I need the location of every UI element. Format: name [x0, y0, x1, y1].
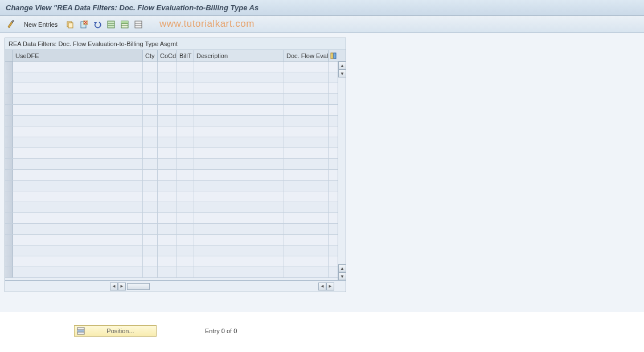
cell-usedfe[interactable] [13, 181, 143, 191]
row-selector[interactable] [5, 202, 13, 212]
select-block-icon[interactable] [119, 19, 130, 30]
cell-usedfe[interactable] [13, 148, 143, 158]
cell-cocd[interactable] [158, 181, 177, 191]
cell-description[interactable] [194, 202, 284, 212]
cell-usedfe[interactable] [13, 224, 143, 234]
cell-cocd[interactable] [158, 213, 177, 223]
cell-cocd[interactable] [158, 126, 177, 137]
cell-description[interactable] [194, 224, 284, 234]
cell-cocd[interactable] [158, 267, 177, 277]
hscroll-left-button[interactable]: ◄ [110, 283, 118, 290]
cell-billt[interactable] [177, 126, 194, 137]
cell-cocd[interactable] [158, 245, 177, 256]
cell-usedfe[interactable] [13, 62, 143, 72]
table-row[interactable] [5, 72, 338, 83]
row-selector[interactable] [5, 72, 13, 83]
row-selector[interactable] [5, 105, 13, 115]
copy-as-icon[interactable] [64, 19, 76, 30]
cell-cty[interactable] [143, 116, 158, 126]
cell-billt[interactable] [177, 137, 194, 148]
cell-description[interactable] [194, 256, 284, 267]
cell-docflow[interactable] [284, 126, 329, 137]
cell-cocd[interactable] [158, 83, 177, 93]
cell-description[interactable] [194, 137, 284, 148]
scroll-up-button[interactable]: ▲ [338, 62, 346, 69]
cell-usedfe[interactable] [13, 116, 143, 126]
cell-billt[interactable] [177, 105, 194, 115]
undo-icon[interactable] [92, 19, 103, 30]
row-selector[interactable] [5, 83, 13, 93]
column-header-description[interactable]: Description [194, 50, 284, 61]
cell-cocd[interactable] [158, 159, 177, 169]
cell-docflow[interactable] [284, 105, 329, 115]
cell-cty[interactable] [143, 94, 158, 104]
vscroll-track[interactable] [338, 77, 346, 264]
column-header-cty[interactable]: Cty [143, 50, 158, 61]
table-row[interactable] [5, 105, 338, 116]
cell-billt[interactable] [177, 267, 194, 277]
cell-cty[interactable] [143, 62, 158, 72]
cell-usedfe[interactable] [13, 126, 143, 137]
cell-cty[interactable] [143, 267, 158, 277]
cell-cocd[interactable] [158, 148, 177, 158]
row-selector[interactable] [5, 235, 13, 245]
cell-billt[interactable] [177, 116, 194, 126]
position-button[interactable]: Position... [74, 325, 157, 337]
cell-description[interactable] [194, 213, 284, 223]
column-header-docflow[interactable]: Doc. Flow Eval. [284, 50, 329, 61]
table-row[interactable] [5, 213, 338, 224]
cell-cocd[interactable] [158, 62, 177, 72]
cell-usedfe[interactable] [13, 267, 143, 277]
cell-usedfe[interactable] [13, 256, 143, 267]
row-selector[interactable] [5, 62, 13, 72]
cell-usedfe[interactable] [13, 72, 143, 83]
table-row[interactable] [5, 94, 338, 105]
cell-cty[interactable] [143, 245, 158, 256]
cell-docflow[interactable] [284, 62, 329, 72]
cell-billt[interactable] [177, 148, 194, 158]
cell-description[interactable] [194, 148, 284, 158]
cell-billt[interactable] [177, 170, 194, 180]
cell-docflow[interactable] [284, 235, 329, 245]
cell-description[interactable] [194, 126, 284, 137]
cell-cocd[interactable] [158, 137, 177, 148]
cell-description[interactable] [194, 181, 284, 191]
cell-cty[interactable] [143, 148, 158, 158]
cell-docflow[interactable] [284, 137, 329, 148]
cell-usedfe[interactable] [13, 202, 143, 212]
row-selector[interactable] [5, 126, 13, 137]
cell-docflow[interactable] [284, 191, 329, 202]
cell-docflow[interactable] [284, 159, 329, 169]
row-selector[interactable] [5, 170, 13, 180]
cell-cty[interactable] [143, 170, 158, 180]
cell-usedfe[interactable] [13, 83, 143, 93]
table-row[interactable] [5, 126, 338, 137]
cell-cocd[interactable] [158, 72, 177, 83]
cell-docflow[interactable] [284, 224, 329, 234]
cell-cty[interactable] [143, 126, 158, 137]
hscroll-right-button[interactable]: ► [118, 283, 126, 290]
cell-description[interactable] [194, 159, 284, 169]
cell-cocd[interactable] [158, 202, 177, 212]
row-selector[interactable] [5, 245, 13, 256]
table-row[interactable] [5, 256, 338, 267]
row-selector[interactable] [5, 148, 13, 158]
cell-usedfe[interactable] [13, 105, 143, 115]
cell-cocd[interactable] [158, 256, 177, 267]
cell-cty[interactable] [143, 137, 158, 148]
cell-billt[interactable] [177, 159, 194, 169]
cell-usedfe[interactable] [13, 137, 143, 148]
cell-description[interactable] [194, 170, 284, 180]
cell-cty[interactable] [143, 181, 158, 191]
cell-docflow[interactable] [284, 116, 329, 126]
hscroll-right-button-2[interactable]: ► [326, 283, 334, 290]
column-header-cocd[interactable]: CoCd [158, 50, 177, 61]
cell-cty[interactable] [143, 213, 158, 223]
cell-description[interactable] [194, 116, 284, 126]
row-selector[interactable] [5, 256, 13, 267]
hscroll-left-button-2[interactable]: ◄ [318, 283, 326, 290]
cell-docflow[interactable] [284, 170, 329, 180]
table-row[interactable] [5, 235, 338, 245]
table-row[interactable] [5, 267, 338, 278]
scroll-down-button[interactable]: ▼ [338, 69, 346, 77]
